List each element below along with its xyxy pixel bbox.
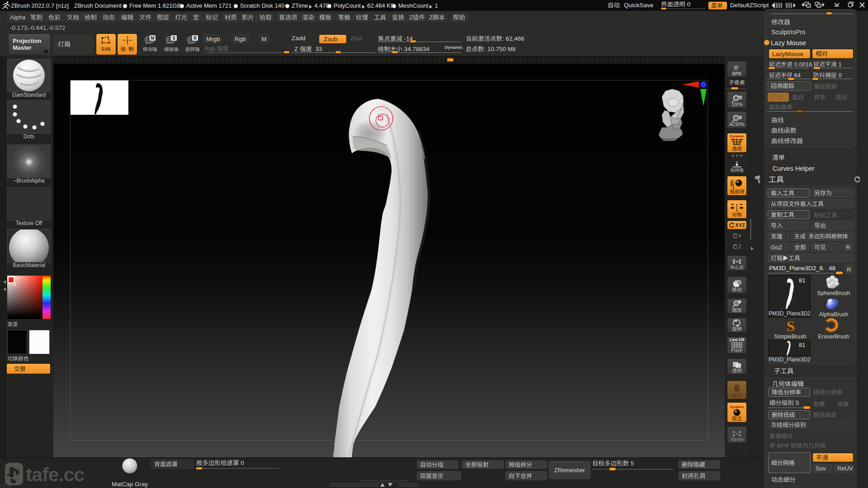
svg-text:S: S (172, 36, 175, 41)
svg-text:S: S (787, 319, 795, 334)
svg-text:R: R (193, 36, 197, 41)
svg-text:T: T (13, 472, 16, 478)
svg-text:x1: x1 (738, 96, 742, 99)
svg-text:M: M (151, 36, 154, 41)
